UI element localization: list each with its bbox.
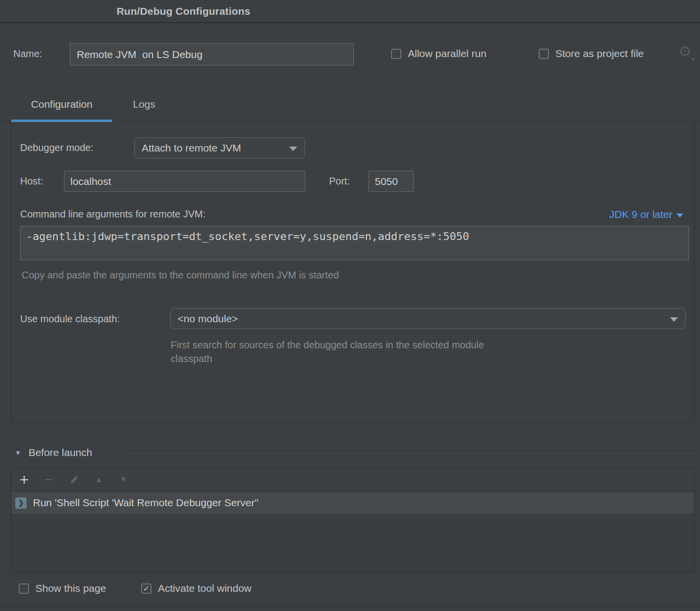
move-up-button[interactable]: ▲ [93, 473, 105, 486]
configuration-panel: Debugger mode: Attach to remote JVM Host… [11, 122, 695, 423]
debugger-mode-value: Attach to remote JVM [142, 142, 241, 154]
before-launch-title: Before launch [29, 447, 92, 458]
gear-dropdown-arrow-icon [691, 58, 696, 61]
command-line-args-label: Command line arguments for remote JVM: [20, 209, 206, 220]
checkbox-icon[interactable] [19, 583, 29, 594]
collapse-triangle-icon[interactable]: ▼ [15, 449, 21, 457]
before-launch-task-row[interactable]: ❯ Run 'Shell Script 'Wait Remote Debugge… [11, 492, 694, 514]
gear-icon[interactable]: ⚙ [678, 44, 692, 59]
chevron-down-icon [670, 317, 678, 322]
dialog-titlebar: Run/Debug Configurations [0, 0, 700, 23]
move-down-button[interactable]: ▼ [118, 473, 129, 486]
module-classpath-select[interactable]: <no module> [170, 308, 686, 329]
before-launch-task-label: Run 'Shell Script 'Wait Remote Debugger … [33, 497, 259, 509]
checkbox-icon[interactable] [391, 49, 401, 59]
module-classpath-hint: First search for sources of the debugged… [171, 338, 505, 366]
host-input[interactable] [64, 171, 305, 192]
port-input[interactable] [368, 171, 414, 192]
before-launch-panel: + − ▲ ▼ ❯ Run 'Shell Script 'Wait Remote… [11, 467, 695, 572]
tab-configuration[interactable]: Configuration [11, 98, 112, 120]
before-launch-header[interactable]: ▼ Before launch [15, 447, 92, 458]
pencil-icon [69, 475, 79, 485]
store-as-project-file-label: Store as project file [555, 48, 644, 60]
dialog-title: Run/Debug Configurations [117, 5, 250, 17]
chevron-down-icon [676, 214, 683, 217]
args-hint-text: Copy and paste the arguments to the comm… [22, 270, 339, 281]
tab-logs[interactable]: Logs [120, 98, 169, 120]
selected-tab-underline [11, 120, 112, 122]
jdk-version-label: JDK 9 or later [609, 209, 672, 220]
allow-parallel-run-checkbox[interactable]: Allow parallel run [391, 48, 487, 60]
name-label: Name: [13, 48, 42, 60]
before-launch-toolbar: + − ▲ ▼ [11, 468, 694, 492]
command-line-args-value[interactable]: -agentlib:jdwp=transport=dt_socket,serve… [20, 226, 689, 260]
allow-parallel-run-label: Allow parallel run [408, 48, 487, 60]
show-this-page-label: Show this page [35, 582, 106, 594]
port-label: Port: [329, 176, 350, 187]
edit-pencil-button[interactable] [68, 473, 80, 486]
module-classpath-value: <no module> [178, 313, 238, 325]
activate-tool-window-label: Activate tool window [158, 582, 251, 594]
name-input[interactable] [70, 43, 354, 65]
show-this-page-checkbox[interactable]: Show this page [19, 582, 106, 594]
activate-tool-window-checkbox[interactable]: ✓ Activate tool window [141, 582, 251, 594]
host-label: Host: [20, 176, 43, 187]
run-debug-configurations-dialog: Run/Debug Configurations Name: Allow par… [0, 0, 700, 611]
before-launch-divider [124, 453, 695, 454]
shell-script-run-icon: ❯ [15, 497, 27, 509]
footer-divider [0, 606, 700, 607]
checkbox-icon[interactable] [539, 49, 549, 59]
debugger-mode-label: Debugger mode: [20, 142, 93, 153]
chevron-down-icon [289, 147, 297, 151]
use-module-classpath-label: Use module classpath: [20, 313, 120, 325]
store-as-project-file-checkbox[interactable]: Store as project file [539, 48, 644, 60]
remove-button[interactable]: − [43, 473, 55, 486]
debugger-mode-select[interactable]: Attach to remote JVM [134, 137, 305, 158]
jdk-version-selector[interactable]: JDK 9 or later [609, 209, 683, 220]
checkbox-checked-icon[interactable]: ✓ [141, 583, 152, 594]
add-button[interactable]: + [18, 473, 30, 486]
